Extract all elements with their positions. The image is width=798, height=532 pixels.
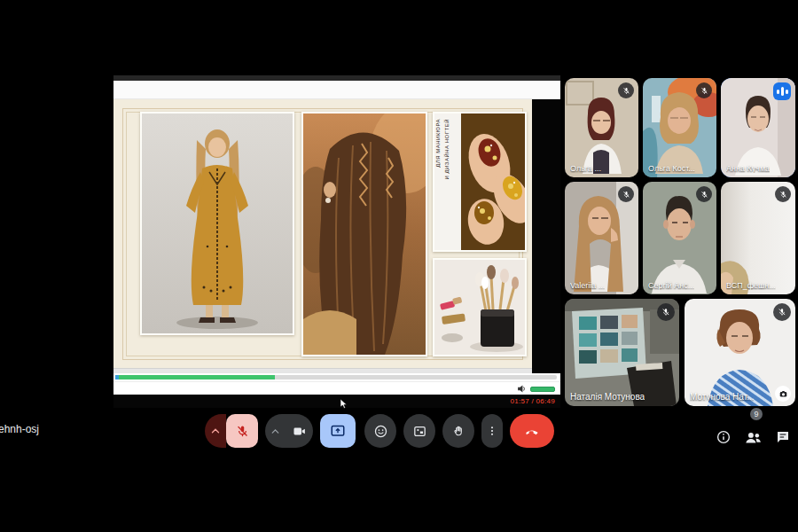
video-progress-fill	[115, 375, 275, 379]
video-progress-thumb[interactable]	[115, 375, 119, 379]
apps-button[interactable]	[403, 414, 435, 448]
photo-makeup-brushes	[433, 258, 527, 356]
participant-tile[interactable]: Ольга Кост...	[643, 78, 716, 177]
camera-options-button[interactable]	[266, 414, 284, 448]
camera-button[interactable]	[286, 414, 312, 448]
participant-tile[interactable]: Сергій Анс...	[643, 182, 716, 294]
photo-braided-hair	[301, 112, 427, 356]
mic-off-icon	[235, 424, 250, 439]
participant-name: Сергій Анс...	[648, 281, 694, 290]
participant-name: Наталія Мотунова	[570, 392, 645, 402]
reactions-button[interactable]	[364, 414, 396, 448]
camera-button-group	[265, 414, 313, 448]
meet-call-screen: ДЛЯ МАНИКЮРА И ДИЗАЙНА НОГТЕЙ	[0, 0, 798, 532]
window-menu-bar	[113, 81, 560, 99]
video-letterbox	[532, 99, 560, 373]
participant-tile[interactable]: Наталія Мотунова	[565, 299, 679, 406]
participant-name: Valeriia ...	[570, 281, 605, 290]
chat-button[interactable]	[775, 420, 791, 454]
smiley-icon	[373, 424, 388, 439]
apps-icon	[412, 424, 427, 439]
photo-nail-art: ДЛЯ МАНИКЮРА И ДИЗАЙНА НОГТЕЙ	[433, 112, 527, 252]
participant-name: Анна Кучма	[726, 164, 770, 173]
more-vertical-icon	[486, 424, 498, 438]
participant-name: Мотунова Нат...	[690, 392, 754, 402]
mouse-cursor	[340, 399, 348, 409]
photo-caption-line2: И ДИЗАЙНА НОГТЕЙ	[444, 119, 455, 180]
mic-off-icon	[657, 303, 675, 321]
mic-off-icon	[618, 82, 634, 98]
end-call-button[interactable]	[510, 414, 554, 448]
participant-tile[interactable]: Ольга ...	[565, 78, 638, 177]
right-control-icons	[716, 420, 791, 454]
player-control-row	[113, 381, 560, 395]
people-button[interactable]	[744, 420, 763, 454]
present-screen-icon	[330, 423, 346, 439]
volume-slider[interactable]	[530, 387, 555, 392]
photo-dress-model	[140, 112, 294, 335]
info-icon	[716, 429, 732, 445]
mic-off-icon	[618, 186, 634, 202]
participant-name: Ольга Кост...	[648, 164, 695, 173]
meeting-code: ehnh-osj	[0, 423, 39, 435]
video-progress-row	[113, 373, 560, 381]
participant-tile[interactable]: Мотунова Нат...	[685, 299, 795, 406]
mic-off-icon	[696, 82, 712, 98]
participant-tile[interactable]: ВСП_фешн...	[721, 182, 795, 294]
raise-hand-button[interactable]	[442, 414, 474, 448]
participant-tile-active-speaker[interactable]: Анна Кучма	[721, 78, 795, 177]
mic-muted-button[interactable]	[226, 414, 258, 448]
participant-tile[interactable]: Valeriia ...	[565, 182, 638, 294]
camera-icon	[292, 424, 307, 439]
mic-off-icon	[696, 186, 712, 202]
present-screen-button[interactable]	[320, 414, 356, 448]
player-bottom-bar: 01:57 / 06:49	[113, 395, 560, 408]
switch-camera-icon[interactable]	[775, 386, 791, 402]
phone-down-icon	[523, 422, 541, 440]
video-timestamp: 01:57 / 06:49	[510, 397, 555, 405]
participant-name: ВСП_фешн...	[726, 281, 776, 290]
control-bar	[205, 414, 554, 448]
mic-options-button[interactable]	[205, 414, 226, 448]
video-progress-bar[interactable]	[115, 375, 557, 379]
mic-off-icon	[775, 186, 791, 202]
people-icon	[744, 429, 763, 446]
audio-active-icon	[773, 82, 791, 100]
participant-name: Ольга ...	[570, 164, 601, 173]
chat-icon	[775, 429, 791, 445]
people-count-badge: 9	[750, 408, 763, 420]
mic-off-icon	[773, 303, 791, 321]
speaker-icon[interactable]	[518, 385, 527, 393]
hand-icon	[451, 424, 466, 439]
shared-screen-window: ДЛЯ МАНИКЮРА И ДИЗАЙНА НОГТЕЙ	[113, 75, 560, 408]
more-options-button[interactable]	[481, 414, 503, 448]
meeting-info-button[interactable]	[716, 420, 732, 454]
